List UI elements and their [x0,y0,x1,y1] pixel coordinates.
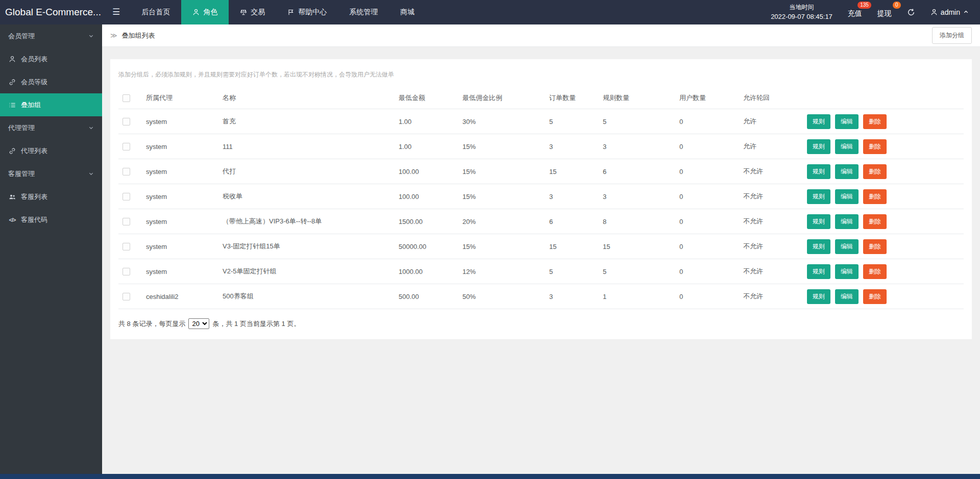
content-card: 添加分组后，必须添加规则，并且规则需要对应好订单个数，若出现不对称情况，会导致用… [110,59,972,339]
edit-button[interactable]: 编辑 [835,289,859,304]
sidebar: 会员管理 会员列表 会员等级 叠加组 代理管理 代理列表 客服管理 客服列表 <… [0,24,102,474]
cell-agent: system [142,234,218,259]
rule-button[interactable]: 规则 [807,114,830,129]
delete-button[interactable]: 删除 [863,264,887,279]
nav-item-dashboard[interactable]: 后台首页 [130,0,181,24]
edit-button[interactable]: 编辑 [835,264,859,279]
topbar: Global E-Commerce... ☰ 后台首页 角色 交易 帮助中心 系… [0,0,980,24]
cell-rules: 8 [599,209,675,234]
nav-item-transactions[interactable]: 交易 [229,0,276,24]
delete-button[interactable]: 删除 [863,164,887,179]
cell-users: 0 [675,159,739,184]
row-checkbox[interactable] [122,193,130,200]
cell-name: 税收单 [218,184,395,209]
add-group-button[interactable]: 添加分组 [932,27,972,44]
edit-button[interactable]: 编辑 [835,114,859,129]
recharge-button[interactable]: 充值 135 [848,6,862,18]
rule-button[interactable]: 规则 [807,289,830,304]
table-body: system首充1.0030%550允许规则编辑删除system1111.001… [118,109,964,309]
cell-rules: 3 [599,184,675,209]
cell-min_amount: 1000.00 [395,259,458,284]
sidebar-item-label: 客服代码 [21,215,47,224]
app-logo: Global E-Commerce... [0,7,102,18]
cell-rules: 5 [599,259,675,284]
sidebar-item-agent-list[interactable]: 代理列表 [0,139,102,162]
link-icon [8,147,16,155]
sidebar-group-agent-management[interactable]: 代理管理 [0,116,102,139]
sidebar-group-service-management[interactable]: 客服管理 [0,162,102,185]
row-checkbox[interactable] [122,268,130,275]
row-checkbox[interactable] [122,243,130,250]
cell-min_amount: 100.00 [395,184,458,209]
cell-users: 0 [675,234,739,259]
rule-button[interactable]: 规则 [807,164,830,179]
col-header-agent: 所属代理 [142,87,218,109]
nav-item-system[interactable]: 系统管理 [338,0,389,24]
table-row: system首充1.0030%550允许规则编辑删除 [118,109,964,134]
cell-name: （带他上高速）VIP3-6单--转--8单 [218,209,395,234]
cell-commission: 30% [458,109,545,134]
row-checkbox[interactable] [122,168,130,175]
select-all-checkbox[interactable] [122,94,130,102]
sidebar-item-member-level[interactable]: 会员等级 [0,70,102,93]
list-icon [8,102,16,109]
users-icon [8,193,16,200]
chevron-down-icon [86,171,94,177]
cell-loop: 不允许 [739,209,803,234]
cell-rules: 15 [599,234,675,259]
cell-min_amount: 50000.00 [395,234,458,259]
cell-commission: 12% [458,259,545,284]
rule-button[interactable]: 规则 [807,264,830,279]
rule-button[interactable]: 规则 [807,139,830,154]
cell-agent: system [142,109,218,134]
table-row: system代打100.0015%1560不允许规则编辑删除 [118,159,964,184]
row-checkbox[interactable] [122,118,130,125]
rule-button[interactable]: 规则 [807,239,830,254]
delete-button[interactable]: 删除 [863,139,887,154]
cell-orders: 3 [545,134,599,159]
delete-button[interactable]: 删除 [863,239,887,254]
sidebar-item-service-code[interactable]: </> 客服代码 [0,208,102,231]
sidebar-item-label: 会员列表 [21,55,47,64]
sidebar-item-service-list[interactable]: 客服列表 [0,185,102,208]
breadcrumb: ≫ 叠加组列表 添加分组 [102,24,980,47]
edit-button[interactable]: 编辑 [835,139,859,154]
row-checkbox[interactable] [122,293,130,300]
row-checkbox[interactable] [122,218,130,225]
sidebar-item-stack-group[interactable]: 叠加组 [0,93,102,116]
edit-button[interactable]: 编辑 [835,189,859,204]
delete-button[interactable]: 删除 [863,289,887,304]
nav-item-roles[interactable]: 角色 [181,0,229,24]
page-size-select[interactable]: 20 [188,318,209,329]
cell-users: 0 [675,259,739,284]
edit-button[interactable]: 编辑 [835,164,859,179]
edit-button[interactable]: 编辑 [835,214,859,229]
row-checkbox[interactable] [122,143,130,150]
nav-item-label: 系统管理 [349,8,378,17]
rule-button[interactable]: 规则 [807,214,830,229]
cell-orders: 3 [545,284,599,309]
person-icon [192,9,200,16]
cell-rules: 6 [599,159,675,184]
sidebar-item-label: 客服管理 [8,169,35,179]
delete-button[interactable]: 删除 [863,189,887,204]
user-menu[interactable]: admin [930,8,969,16]
menu-toggle-icon[interactable]: ☰ [102,0,130,24]
col-header-users: 用户数量 [675,87,739,109]
delete-button[interactable]: 删除 [863,214,887,229]
refresh-icon[interactable] [907,8,915,16]
sidebar-group-member-management[interactable]: 会员管理 [0,24,102,47]
cell-loop: 允许 [739,134,803,159]
person-icon [930,9,938,16]
sidebar-item-member-list[interactable]: 会员列表 [0,47,102,70]
nav-item-label: 商城 [400,8,414,17]
rule-button[interactable]: 规则 [807,189,830,204]
nav-item-help-center[interactable]: 帮助中心 [276,0,338,24]
cell-orders: 15 [545,159,599,184]
cell-agent: system [142,159,218,184]
edit-button[interactable]: 编辑 [835,239,859,254]
nav-item-mall[interactable]: 商城 [389,0,426,24]
delete-button[interactable]: 删除 [863,114,887,129]
cell-name: V2-5单固定打针组 [218,259,395,284]
withdraw-button[interactable]: 提现 0 [877,6,892,18]
